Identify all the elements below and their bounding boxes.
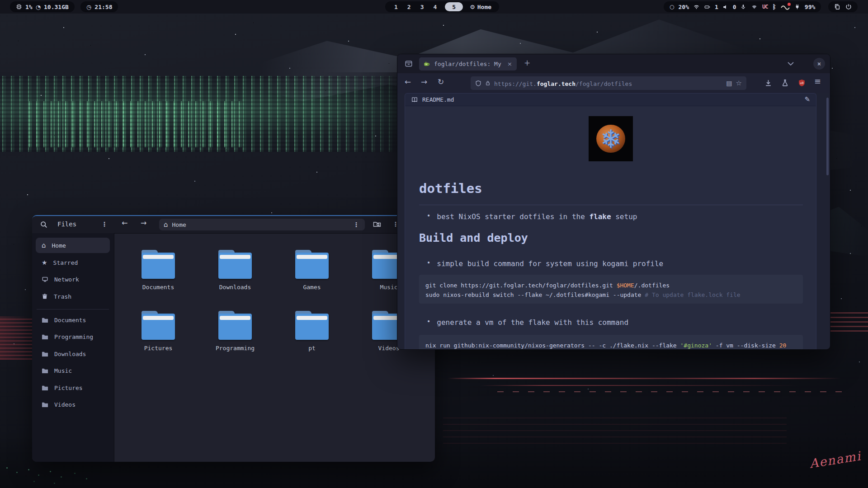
search-icon[interactable] — [40, 221, 47, 228]
folder-downloads[interactable]: Downloads — [208, 250, 262, 291]
workspace-4[interactable]: 4 — [432, 4, 438, 10]
downloads-icon[interactable] — [764, 79, 772, 87]
bookmark-star-icon[interactable]: ☆ — [736, 80, 742, 87]
wallpaper-red-streak — [830, 311, 868, 332]
folder-games[interactable]: Games — [285, 250, 339, 291]
wallpaper-aurora-fade — [0, 72, 452, 156]
back-button[interactable]: ← — [122, 220, 127, 227]
folder-pt[interactable]: pt — [285, 311, 339, 352]
bullet-text: best NixOS starter dotfiles in the — [437, 212, 589, 221]
vpn-wave-icon — [781, 4, 790, 10]
workspace-3[interactable]: 3 — [419, 4, 425, 10]
workspace-2[interactable]: 2 — [406, 4, 412, 10]
forward-button[interactable]: → — [421, 78, 427, 86]
sidebar-item-documents[interactable]: Documents — [36, 312, 110, 328]
code-text: sudo nixos-rebuild switch --flake ~/.dot… — [425, 291, 645, 298]
sidebar-separator — [37, 309, 109, 310]
sidebar-item-label: Network — [54, 276, 79, 283]
search-folder-view-icon[interactable] — [373, 221, 381, 228]
tab-close-icon[interactable]: × — [507, 61, 512, 67]
memory-gauge-icon: ◔ — [36, 4, 41, 10]
browser-tab-active[interactable]: foglar/dotfiles: My × — [419, 57, 517, 70]
clock-time: 21:58 — [94, 4, 112, 10]
mode-indicator[interactable]: ⚙ Home — [470, 4, 491, 10]
folder-label: pt — [285, 345, 339, 352]
folder-programming[interactable]: Programming — [208, 311, 262, 352]
system-stats-pill[interactable]: 1% ◔ 10.31GB — [10, 1, 75, 12]
sidebar-item-label: Downloads — [54, 351, 86, 357]
cpu-usage: 1% — [25, 4, 33, 10]
gitea-favicon — [424, 61, 430, 67]
forward-button[interactable]: → — [141, 220, 146, 227]
folder-icon — [295, 250, 329, 280]
folder-documents[interactable]: Documents — [131, 250, 185, 291]
workspace-switcher: 1 2 3 4 5 ⚙ Home — [385, 1, 499, 12]
sidebar-item-starred[interactable]: ★ Starred — [36, 255, 110, 270]
memory-usage: 10.31GB — [44, 4, 69, 10]
sidebar-item-trash[interactable]: Trash — [36, 289, 110, 304]
hamburger-menu-icon[interactable]: ≡ — [814, 77, 821, 85]
desktop: Aenami 1% ◔ 10.31GB ◷ 21:58 1 2 3 4 5 ⚙ … — [0, 0, 868, 488]
workspace-1[interactable]: 1 — [393, 4, 399, 10]
clock-pill[interactable]: ◷ 21:58 — [80, 1, 118, 12]
sidebar-item-music[interactable]: Music — [36, 363, 110, 378]
path-menu-icon[interactable]: ⋮ — [353, 221, 359, 228]
home-icon: ⌂ — [42, 242, 46, 249]
workspace-5-active[interactable]: 5 — [445, 2, 463, 11]
readme-header[interactable]: README.md ✎ — [405, 94, 816, 106]
new-tab-button[interactable]: + — [524, 58, 530, 67]
close-icon: × — [817, 60, 821, 67]
quick-settings-pill[interactable]: ○ 20% 1 0 — [664, 1, 752, 12]
folder-icon — [142, 250, 175, 280]
folder-label: Documents — [131, 284, 185, 291]
lock-icon[interactable] — [485, 80, 491, 86]
back-button[interactable]: ← — [405, 78, 411, 86]
clock-icon: ◷ — [86, 4, 91, 10]
folder-pictures[interactable]: Pictures — [131, 311, 185, 352]
status-bar: 1% ◔ 10.31GB ◷ 21:58 1 2 3 4 5 ⚙ Home ○ … — [0, 0, 868, 14]
sidebar-item-network[interactable]: Network — [36, 272, 110, 287]
url-text[interactable]: https://git.foglar.tech/foglar/dotfiles — [494, 79, 632, 88]
tab-sidebar-icon[interactable] — [405, 60, 413, 68]
book-icon — [411, 97, 418, 103]
folder-icon — [42, 402, 48, 408]
tracking-shield-icon[interactable] — [475, 80, 481, 87]
sidebar-item-label: Videos — [54, 401, 75, 408]
readme-title: dotfiles — [419, 181, 482, 196]
session-pill[interactable] — [828, 1, 858, 12]
tab-list-chevron-icon[interactable] — [787, 61, 794, 66]
browser-window: foglar/dotfiles: My × + × ← → ↻ https://… — [397, 54, 830, 350]
code-block-vm[interactable]: nix run github:nix-community/nixos-gener… — [419, 335, 803, 350]
code-block-build[interactable]: git clone https://git.foglar.tech/foglar… — [419, 275, 803, 304]
notification-dot — [788, 3, 791, 6]
path-bar[interactable]: ⌂ Home ⋮ — [159, 219, 365, 230]
ublock-icon[interactable]: u0 — [798, 79, 806, 87]
power-plug-icon — [794, 4, 800, 10]
sidebar-item-videos[interactable]: Videos — [36, 397, 110, 412]
folder-icon — [42, 368, 48, 374]
star-icon: ★ — [42, 259, 47, 266]
sidebar-item-home[interactable]: ⌂ Home — [36, 238, 110, 253]
browser-tabbar[interactable]: foglar/dotfiles: My × + × — [397, 54, 830, 73]
folder-label: Games — [285, 284, 339, 291]
files-headerbar[interactable]: Files ⋮ ← → ⌂ Home ⋮ ⋮ — [32, 216, 435, 234]
extension-flask-icon[interactable] — [781, 79, 789, 87]
reader-mode-icon[interactable]: ▤ — [726, 80, 732, 86]
sidebar-item-programming[interactable]: Programming — [36, 329, 110, 344]
url-bar[interactable]: https://git.foglar.tech/foglar/dotfiles … — [471, 76, 746, 90]
bullet-text: setup — [611, 212, 637, 221]
window-close-button[interactable]: × — [813, 58, 825, 70]
wifi-icon — [693, 4, 700, 10]
files-sidebar-menu-icon[interactable]: ⋮ — [101, 221, 108, 228]
sidebar-item-pictures[interactable]: Pictures — [36, 380, 110, 395]
edit-pencil-icon[interactable]: ✎ — [804, 96, 810, 103]
scrollbar-thumb[interactable] — [826, 98, 829, 175]
sidebar-item-label: Trash — [54, 293, 71, 300]
readme-section-heading: Build and deploy — [419, 231, 528, 244]
folder-icon — [295, 311, 329, 341]
system-tray-pill[interactable]: UC ᛒ 99% — [745, 1, 821, 12]
bullet-bold: flake — [589, 212, 611, 221]
readme-bullet-1: • best NixOS starter dotfiles in the fla… — [427, 212, 637, 221]
reload-button[interactable]: ↻ — [438, 78, 444, 86]
sidebar-item-downloads[interactable]: Downloads — [36, 346, 110, 361]
